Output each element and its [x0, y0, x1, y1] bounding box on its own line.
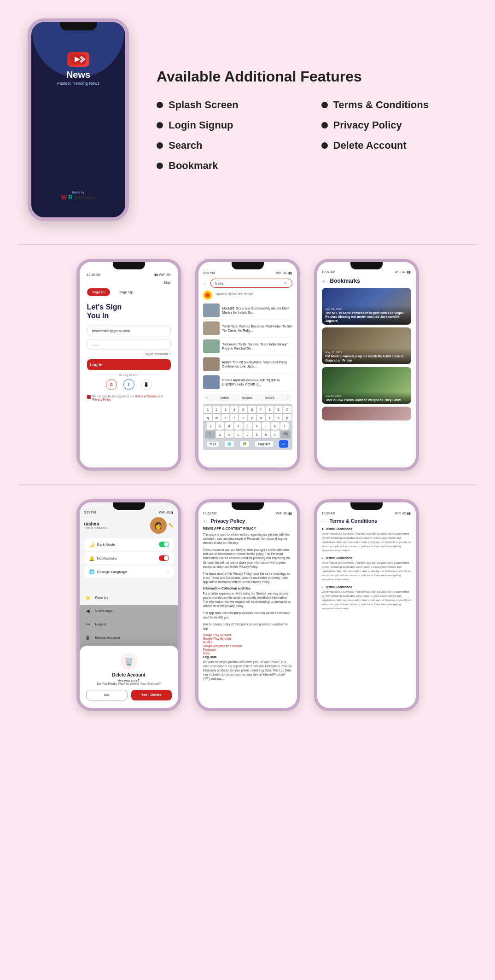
delete-account-modal: 🗑️ Delete Account Are you sure? Do You R… — [80, 646, 178, 708]
search-result-item-1[interactable]: Modi@8: Scale and Sustainability are the… — [203, 302, 292, 320]
feature-label: Bookmark — [169, 160, 218, 172]
back-icon[interactable]: ← — [203, 281, 208, 286]
bookmark-card-4[interactable] — [322, 407, 411, 420]
bullet-icon — [321, 122, 328, 128]
search-result-label: Search Result for "India" — [214, 292, 254, 296]
shift-key[interactable]: ⇧ — [205, 431, 215, 438]
terms-section-2: 2. Terms Conditions Don't misuse our Ser… — [322, 556, 411, 582]
policy-link-1[interactable]: Google Play Services — [203, 633, 291, 636]
dark-mode-row[interactable]: 🌙 Dark Mode — [84, 538, 174, 550]
key-3[interactable]: 3 — [221, 406, 229, 413]
notch — [113, 502, 145, 510]
bullet-icon — [157, 102, 163, 108]
policy-link-google[interactable]: Google Play Services — [203, 637, 292, 640]
privacy-header: ← Privacy Policy — [203, 518, 292, 524]
card-overlay: Jun 20, 2022 This is How Plants Balance … — [322, 392, 411, 404]
news-text: Tamil Nadu Woman Becomes First Indian To… — [222, 324, 292, 332]
privacy-link[interactable]: Privacy Policy — [93, 398, 111, 401]
profile-status-bar: 5:23 PM WiFi 4G ▮ — [84, 511, 174, 514]
profile-info: rashmi +919876543210 — [84, 521, 108, 530]
search-result-item-4[interactable]: India's Tour Of South-Africa: Virat Kohl… — [203, 356, 292, 373]
language-row[interactable]: 🌐 Change Language › — [84, 566, 174, 578]
news-thumb — [203, 339, 220, 353]
yes-delete-button[interactable]: Yes , Delete — [131, 690, 172, 700]
signin-tab[interactable]: Sign In — [87, 288, 111, 296]
bookmark-card-1[interactable]: Aug 05, 2022 The NFL is back! Preseason … — [322, 288, 411, 325]
terms-link[interactable]: Terms of Service — [135, 395, 157, 398]
key-8[interactable]: 8 — [266, 406, 274, 413]
bullet-icon — [157, 122, 163, 128]
send-key[interactable]: ↩ — [279, 440, 288, 448]
suggestion-3[interactable]: india's — [265, 396, 274, 399]
profile-phone: 5:23 PM WiFi 4G ▮ rashmi +919876543210 👩… — [76, 499, 181, 711]
globe-key[interactable]: 🌐 — [225, 441, 234, 447]
search-result-item-5[interactable]: Cricket Australia donates USD 50,000 to … — [203, 373, 292, 391]
notifications-row[interactable]: 🔔 Notifications — [84, 552, 174, 564]
divider-2 — [18, 484, 477, 485]
phone-login-icon[interactable]: 📱 — [141, 379, 152, 390]
delete-title: Delete Account — [86, 672, 172, 677]
search-screen: 4:05 PM WiFi 4G ▮▮ ← India ✕ 🔴 Search Re… — [198, 262, 297, 467]
num-key[interactable]: ?123 — [207, 442, 219, 447]
back-icon[interactable]: ← — [203, 518, 208, 524]
forgot-password-link[interactable]: Forgot Password ? — [87, 352, 171, 356]
search-result-item-3[interactable]: "Honoured To Be Donning Team India Jerse… — [203, 338, 292, 356]
key-6[interactable]: 6 — [248, 406, 256, 413]
signup-tab[interactable]: Sign Up — [114, 288, 139, 296]
feature-splash: Splash Screen — [157, 99, 303, 111]
terms-status-bar: 10:23 AM WiFi 4G ▮▮ — [322, 512, 411, 515]
policy-link-fb[interactable]: Facebook — [203, 648, 292, 651]
search-result-item-2[interactable]: Tamil Nadu Woman Becomes First Indian To… — [203, 320, 292, 338]
chevron-down-icon: ▾ — [268, 442, 270, 446]
info-section: Information Collection and Use — [203, 587, 292, 590]
facebook-icon[interactable]: f — [123, 379, 134, 390]
language-icon: 🌐 — [89, 569, 94, 574]
no-button[interactable]: No — [86, 690, 128, 700]
bookmark-card-2[interactable]: May 11, 2023 PM Modi to launch projects … — [322, 327, 411, 364]
password-field[interactable]: ....... — [87, 339, 171, 350]
search-input[interactable]: India ✕ — [210, 279, 292, 288]
policy-link-firebase[interactable]: Google Analytics for Firebase — [203, 644, 292, 648]
skip-btn[interactable]: Skip — [87, 280, 171, 285]
profile-right: 👩 ✏️ — [150, 517, 174, 534]
google-icon[interactable]: G — [106, 379, 117, 390]
feature-label: Terms & Conditions — [333, 99, 429, 111]
edit-icon[interactable]: ✏️ — [169, 523, 174, 528]
news-text: Cricket Australia donates USD 50,000 to … — [222, 378, 292, 386]
policy-subtitle: NEWS APP & CONTENT POLICY — [203, 526, 292, 531]
app-subtitle: Fastest Trending News — [57, 81, 99, 86]
search-clear-icon[interactable]: ✕ — [284, 281, 287, 286]
emoji-leaf[interactable]: 🌿 — [240, 441, 249, 447]
key-9[interactable]: 9 — [274, 406, 282, 413]
back-icon[interactable]: ← — [322, 278, 327, 284]
key-2[interactable]: 2 — [213, 406, 221, 413]
feature-label: Splash Screen — [169, 99, 239, 111]
key-1[interactable]: 1 — [204, 406, 211, 413]
back-icon[interactable]: ← — [322, 518, 327, 524]
policy-link-unity[interactable]: Unity — [203, 652, 292, 655]
suggestion-2[interactable]: indians — [242, 396, 252, 399]
key-0[interactable]: 0 — [283, 406, 291, 413]
hero-section: 12:58 ▮▮▮ ✈ 4G 97% News Fastest Trending… — [0, 0, 495, 239]
bookmark-card-3[interactable]: Jun 20, 2022 This is How Plants Balance … — [322, 367, 411, 404]
news-icon — [67, 52, 89, 67]
rate-us-item[interactable]: ⭐ Rate Us — [84, 591, 174, 604]
backspace-key[interactable]: ⌫ — [280, 431, 291, 438]
language-selector[interactable]: English ▾ — [255, 441, 273, 447]
suggestion-1[interactable]: indian — [221, 396, 229, 399]
login-button[interactable]: Log In — [87, 359, 171, 370]
key-7[interactable]: 7 — [257, 406, 265, 413]
policy-para-3: The terms used in this Privacy Policy ha… — [203, 572, 292, 584]
policy-link-admob[interactable]: AdMob — [203, 641, 292, 644]
key-4[interactable]: 4 — [230, 406, 238, 413]
avatar: 👩 — [150, 517, 167, 534]
search-logo-icon: 🔴 — [203, 291, 212, 300]
feature-search: Search — [157, 140, 303, 152]
features-title: Available Additional Features — [157, 68, 467, 85]
key-5[interactable]: 5 — [239, 406, 247, 413]
dark-mode-toggle[interactable] — [159, 542, 169, 547]
trash-icon: 🗑️ — [121, 653, 137, 670]
terms-checkbox[interactable] — [87, 395, 91, 399]
email-field[interactable]: newstester@gmail.com — [87, 326, 171, 336]
notifications-toggle[interactable] — [159, 555, 169, 561]
